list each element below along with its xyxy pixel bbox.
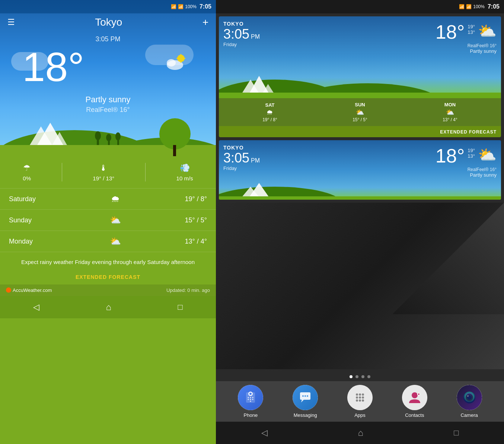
contacts-icon-wrap bbox=[402, 385, 427, 410]
updated-text: Updated: 0 min. ago bbox=[166, 287, 210, 293]
widget1-realfeel: RealFeel® 16° bbox=[436, 43, 497, 48]
widget1-extended[interactable]: EXTENDED FORECAST bbox=[219, 126, 501, 137]
wf-mon: MON ⛅ 13° / 4° bbox=[443, 102, 457, 122]
stats-row: ☂ 0% 🌡 19° / 13° 💨 10 m/s bbox=[0, 156, 216, 189]
dark-area bbox=[216, 203, 504, 369]
forecast-row-sunday[interactable]: Sunday ⛅ 15° / 5° bbox=[0, 210, 216, 231]
widget-top-1: TOKYO 3:05 PM Friday 18° 19° 13° bbox=[219, 16, 501, 98]
svg-point-41 bbox=[302, 395, 304, 397]
svg-point-49 bbox=[362, 396, 364, 399]
weather-widget-1[interactable]: TOKYO 3:05 PM Friday 18° 19° 13° bbox=[219, 16, 501, 137]
messaging-icon-wrap bbox=[293, 385, 318, 410]
contacts-icon-bg bbox=[402, 385, 427, 410]
wifi-icon-right: 📶 bbox=[459, 4, 465, 9]
contacts-icon bbox=[408, 390, 422, 405]
wind-stat: 💨 10 m/s bbox=[176, 163, 193, 181]
page-indicators bbox=[216, 369, 504, 381]
widget-info-left-1: TOKYO 3:05 PM Friday bbox=[223, 21, 260, 47]
widget1-lo: 13° bbox=[468, 29, 475, 35]
home-button-left[interactable]: ⌂ bbox=[106, 302, 112, 312]
accuweather-row: AccuWeather.com Updated: 0 min. ago bbox=[0, 284, 216, 296]
widget2-lo: 13° bbox=[468, 153, 475, 159]
apps-label: Apps bbox=[354, 412, 366, 418]
dock-camera[interactable]: Camera bbox=[457, 385, 482, 418]
page-dot-3 bbox=[361, 375, 364, 378]
temp-display: 18° bbox=[22, 46, 84, 87]
apps-icon-bg bbox=[347, 385, 373, 410]
widget1-hi: 19° bbox=[468, 24, 475, 29]
precipitation-value: 0% bbox=[23, 175, 31, 181]
svg-point-13 bbox=[95, 131, 101, 140]
widget2-hi: 19° bbox=[468, 148, 475, 153]
forecast-row-saturday[interactable]: Saturday 🌧 19° / 8° bbox=[0, 189, 216, 210]
dock-messaging[interactable]: Messaging bbox=[293, 385, 318, 418]
time-right: 7:05 bbox=[488, 3, 500, 10]
dock-apps[interactable]: Apps bbox=[347, 385, 373, 418]
widget2-landscape bbox=[219, 179, 501, 200]
monday-icon: ⛅ bbox=[110, 236, 121, 247]
messaging-label: Messaging bbox=[294, 412, 317, 418]
wind-value: 10 m/s bbox=[176, 175, 193, 181]
weather-widget-2[interactable]: TOKYO 3:05 PM Friday 18° 19° 13° ⛅ RealF… bbox=[219, 140, 501, 200]
precipitation-stat: ☂ 0% bbox=[23, 163, 31, 181]
widget2-condition: Partly sunny bbox=[436, 172, 497, 178]
svg-point-1 bbox=[167, 59, 176, 67]
camera-icon-wrap bbox=[457, 385, 482, 410]
left-panel: 📶 📶 100% 7:05 ☰ Tokyo + 3:05 PM 18° bbox=[0, 0, 216, 444]
widget1-day: Friday bbox=[223, 42, 260, 47]
status-bar-right: 📶 📶 100% 7:05 bbox=[216, 0, 504, 13]
svg-point-44 bbox=[356, 393, 358, 396]
svg-point-39 bbox=[252, 399, 253, 400]
weather-icon bbox=[164, 54, 186, 74]
page-dot-1 bbox=[350, 375, 353, 378]
recent-button-left[interactable]: □ bbox=[178, 302, 182, 312]
green-section: ☂ 0% 🌡 19° / 13° 💨 10 m/s Saturday 🌧 19°… bbox=[0, 156, 216, 444]
widget1-condition: Partly sunny bbox=[436, 48, 497, 54]
add-city-icon[interactable]: + bbox=[202, 16, 208, 28]
accuweather-text: AccuWeather.com bbox=[13, 287, 52, 293]
sunday-label: Sunday bbox=[9, 216, 46, 224]
time-left: 7:05 bbox=[200, 3, 211, 10]
status-icons-left: 📶 📶 100% 7:05 bbox=[171, 3, 211, 10]
home-button-right[interactable]: ⌂ bbox=[358, 428, 364, 438]
dock: Phone Messaging bbox=[216, 381, 504, 422]
saturday-label: Saturday bbox=[9, 195, 46, 203]
contacts-label: Contacts bbox=[405, 412, 424, 418]
temp-range-value: 19° / 13° bbox=[93, 175, 114, 181]
status-icons-right: 📶 📶 100% 7:05 bbox=[459, 3, 500, 10]
status-bar-left: 📶 📶 100% 7:05 bbox=[0, 0, 216, 13]
camera-icon-bg bbox=[457, 385, 482, 410]
svg-point-19 bbox=[159, 118, 191, 149]
menu-icon[interactable]: ☰ bbox=[7, 17, 15, 27]
forecast-row-monday[interactable]: Monday ⛅ 13° / 4° bbox=[0, 231, 216, 252]
widget2-ampm: PM bbox=[251, 157, 260, 164]
back-button-left[interactable]: ◁ bbox=[33, 302, 39, 312]
dock-phone[interactable]: Phone bbox=[238, 385, 263, 418]
page-dot-4 bbox=[367, 375, 370, 378]
temperature-big: 18° bbox=[22, 46, 84, 87]
city-title: Tokyo bbox=[95, 16, 122, 28]
accuweather-circle bbox=[6, 287, 11, 293]
signal-icon-right: 📶 bbox=[466, 4, 472, 9]
weather-header: ☰ Tokyo + bbox=[0, 13, 216, 31]
svg-point-51 bbox=[359, 399, 361, 402]
svg-rect-20 bbox=[173, 145, 176, 156]
widget1-time: 3:05 bbox=[223, 27, 249, 42]
svg-point-47 bbox=[356, 396, 358, 399]
phone-icon bbox=[244, 391, 257, 404]
phone-icon-wrap bbox=[238, 385, 263, 410]
widget2-realfeel: RealFeel® 16° bbox=[436, 167, 497, 172]
dock-contacts[interactable]: Contacts bbox=[402, 385, 427, 418]
condition-text: Partly sunny bbox=[0, 95, 216, 104]
widget1-extended-label: EXTENDED FORECAST bbox=[440, 129, 497, 135]
svg-point-37 bbox=[248, 399, 249, 400]
extended-forecast-button[interactable]: EXTENDED FORECAST bbox=[0, 273, 216, 284]
accuweather-logo: AccuWeather.com bbox=[6, 287, 52, 293]
back-button-right[interactable]: ◁ bbox=[261, 428, 268, 438]
camera-label: Camera bbox=[460, 412, 478, 418]
monday-label: Monday bbox=[9, 238, 46, 245]
apps-icon bbox=[353, 391, 367, 404]
recent-button-right[interactable]: □ bbox=[454, 428, 459, 438]
nav-bar-right: ◁ ⌂ □ bbox=[216, 422, 504, 444]
wifi-icon: 📶 bbox=[171, 4, 176, 9]
